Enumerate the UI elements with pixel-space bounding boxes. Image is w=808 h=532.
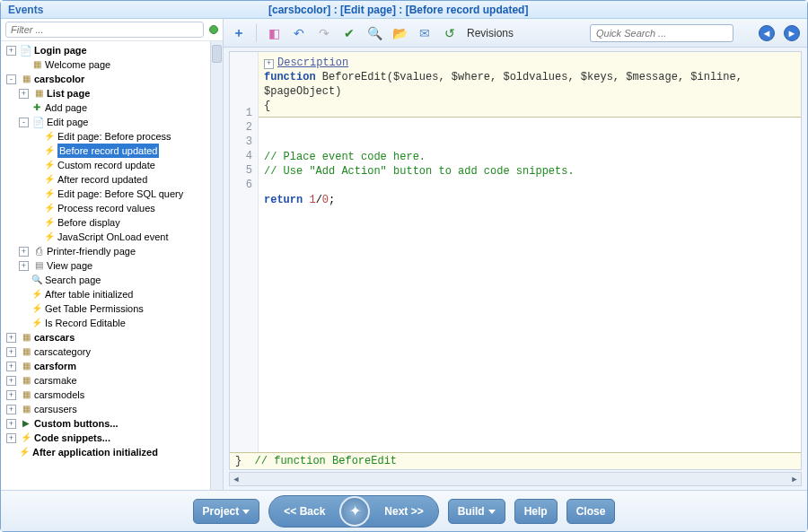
expand-icon[interactable]: - (19, 118, 29, 127)
tree-custom-record-update[interactable]: Custom record update (57, 158, 155, 172)
revert-button[interactable]: ↺ (442, 25, 458, 41)
check-button[interactable]: ✔ (341, 25, 357, 41)
tree-before-process[interactable]: Edit page: Before process (57, 129, 171, 144)
tree-scrollbar[interactable] (210, 41, 223, 490)
expand-icon[interactable]: - (6, 74, 16, 84)
add-action-button[interactable]: ＋ (231, 25, 247, 41)
bolt-icon (18, 446, 31, 458)
scroll-left-icon[interactable]: ◄ (230, 475, 242, 484)
tree-is-record-editable[interactable]: Is Record Editable (45, 316, 126, 330)
bolt-icon (43, 173, 56, 186)
revisions-label[interactable]: Revisions (467, 27, 514, 39)
expand-icon[interactable]: + (6, 376, 16, 386)
events-tree[interactable]: +Login page Welcome page -carsbcolor +Li… (1, 41, 210, 490)
printer-icon (32, 245, 45, 257)
expand-icon[interactable]: + (6, 46, 16, 56)
run-button[interactable]: ✦ (339, 496, 370, 527)
tree-js-onload[interactable]: JavaScript OnLoad event (57, 230, 169, 244)
code-editor[interactable]: 1 2 3 4 5 6 +Description function Before… (229, 51, 802, 470)
tree-before-record-updated[interactable]: Before record updated (57, 144, 159, 158)
code-footer: } // function BeforeEdit (230, 452, 801, 469)
tree-custom-buttons[interactable]: Custom buttons... (34, 416, 119, 431)
back-button[interactable]: << Back (269, 500, 339, 523)
redo-button[interactable]: ↷ (316, 25, 332, 41)
quick-search-input[interactable] (590, 24, 733, 42)
tree-carsbcolor[interactable]: carsbcolor (34, 72, 84, 86)
filter-input[interactable] (5, 22, 204, 38)
bolt-icon (43, 231, 56, 243)
sidebar: +Login page Welcome page -carsbcolor +Li… (1, 19, 224, 490)
bolt-icon (43, 202, 56, 214)
expand-icon[interactable]: + (19, 261, 29, 271)
tree-searchpage[interactable]: Search page (45, 273, 101, 287)
tree-before-display[interactable]: Before display (57, 215, 120, 230)
tree-addpage[interactable]: Add page (45, 100, 87, 115)
undo-button[interactable]: ↶ (291, 25, 307, 41)
erase-button[interactable]: ◧ (266, 25, 282, 41)
search-icon (31, 274, 43, 286)
tree-after-record-updated[interactable]: After record updated (57, 172, 147, 187)
bolt-icon (43, 130, 56, 143)
fold-icon[interactable]: + (264, 59, 274, 69)
mail-button[interactable]: ✉ (417, 25, 433, 41)
tree-carscategory[interactable]: carscategory (34, 344, 91, 359)
expand-icon[interactable]: + (6, 419, 16, 429)
expand-icon[interactable]: + (19, 89, 29, 99)
search-next-button[interactable]: ► (784, 25, 800, 41)
expand-icon[interactable]: + (6, 333, 16, 343)
next-button[interactable]: Next >> (370, 500, 437, 523)
expand-icon[interactable]: + (6, 433, 16, 443)
tree-get-table-perm[interactable]: Get Table Permissions (45, 301, 144, 316)
brace-open: { (264, 99, 795, 113)
tree-viewpage[interactable]: View page (47, 258, 92, 273)
page-icon (32, 87, 45, 100)
tree-process-values[interactable]: Process record values (57, 201, 155, 215)
tree-after-table-init[interactable]: After table initialized (45, 287, 133, 301)
horizontal-scrollbar[interactable]: ◄ ► (229, 472, 802, 486)
description-label: Description (277, 57, 348, 69)
nav-chunk: << Back ✦ Next >> (268, 495, 438, 528)
tree-printer[interactable]: Printer-friendly page (47, 244, 136, 258)
close-button[interactable]: Close (566, 499, 616, 524)
tree-carsmake[interactable]: carsmake (34, 373, 77, 388)
page-icon (20, 403, 32, 415)
tree-login[interactable]: Login page (34, 43, 87, 57)
bolt-icon (31, 317, 43, 329)
bolt-icon (31, 288, 43, 301)
tree-welcome[interactable]: Welcome page (45, 57, 110, 72)
tree-listpage[interactable]: List page (47, 86, 90, 100)
tree-editpage[interactable]: Edit page (47, 115, 88, 129)
bolt-icon (43, 216, 56, 229)
filter-status-dot (209, 25, 218, 34)
expand-icon[interactable]: + (6, 405, 16, 414)
kw-return: return (264, 194, 303, 206)
tree-carsform[interactable]: carsform (34, 359, 76, 373)
expand-icon[interactable]: + (6, 347, 16, 357)
project-button[interactable]: Project (193, 499, 260, 524)
code-lines[interactable]: // Place event code here. // Use "Add Ac… (259, 118, 801, 211)
page-icon (20, 345, 32, 358)
expand-icon[interactable]: + (19, 247, 29, 257)
help-button[interactable]: Help (514, 499, 558, 524)
find-button[interactable]: 🔍 (366, 25, 382, 41)
expand-icon[interactable]: + (6, 362, 16, 371)
build-button[interactable]: Build (448, 499, 505, 524)
tree-carscars[interactable]: carscars (34, 330, 75, 344)
tree-carsmodels[interactable]: carsmodels (34, 388, 84, 402)
fn-name: BeforeEdit (322, 71, 387, 83)
page-icon (20, 360, 32, 372)
scroll-right-icon[interactable]: ► (788, 475, 801, 484)
bc-event: [Before record updated] (406, 4, 529, 16)
play-icon (20, 417, 32, 430)
expand-icon[interactable]: + (6, 390, 16, 400)
bolt-icon (43, 159, 56, 171)
tree-code-snippets[interactable]: Code snippets... (34, 431, 110, 445)
tree-before-sql[interactable]: Edit page: Before SQL query (57, 187, 183, 201)
tree-after-app-init[interactable]: After application initialized (32, 445, 158, 459)
kw-function: function (264, 71, 316, 83)
search-prev-button[interactable]: ◄ (759, 25, 775, 41)
page-icon (20, 331, 32, 344)
open-button[interactable]: 📂 (391, 25, 408, 41)
editor-toolbar: ＋ ◧ ↶ ↷ ✔ 🔍 📂 ✉ ↺ Revisions ◄ ► (224, 19, 807, 48)
tree-carsusers[interactable]: carsusers (34, 402, 77, 416)
